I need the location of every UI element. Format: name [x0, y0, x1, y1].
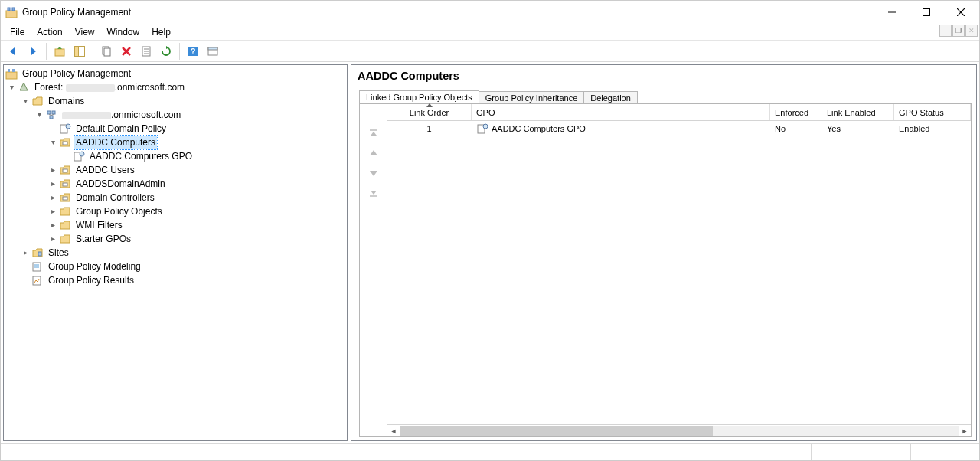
svg-point-44 [483, 124, 488, 129]
folder-icon [31, 95, 44, 107]
content-pane: AADDC Computers Linked Group Policy Obje… [351, 64, 977, 441]
move-top-button[interactable] [366, 126, 381, 141]
move-up-button[interactable] [366, 145, 381, 161]
tree-aaddc-computers-gpo[interactable]: AADDC Computers GPO [4, 149, 347, 163]
up-button[interactable] [51, 42, 69, 60]
mdi-minimize-button[interactable]: — [939, 25, 952, 37]
svg-rect-37 [63, 197, 67, 200]
cell-order: 1 [387, 124, 472, 133]
folder-icon [59, 219, 71, 231]
forward-button[interactable] [24, 42, 42, 60]
mdi-restore-button[interactable]: ❐ [952, 25, 965, 37]
tree-sites[interactable]: ▸ Sites [4, 246, 347, 260]
status-cell [1, 444, 811, 460]
maximize-button[interactable] [909, 2, 943, 23]
tree-domains-label: Domains [47, 94, 86, 108]
gpm-icon [5, 67, 18, 80]
show-hide-tree-button[interactable] [70, 42, 89, 60]
collapse-icon[interactable]: ▾ [5, 81, 18, 93]
node-label: WMI Filters [74, 218, 124, 232]
node-label: AADDC Users [74, 163, 136, 177]
move-bottom-button[interactable] [366, 185, 381, 201]
tree-group-policy-objects[interactable]: ▸ Group Policy Objects [4, 204, 347, 218]
tree-pane[interactable]: Group Policy Management ▾ Forest: .onmic… [3, 64, 348, 441]
tree-default-domain-policy[interactable]: Default Domain Policy [4, 122, 347, 136]
modeling-icon [31, 260, 44, 273]
minimize-button[interactable] [874, 2, 909, 23]
tree-aadds-domain-admin[interactable]: ▸ AADDSDomainAdmin [4, 177, 347, 191]
tab-body: Link Order GPO Enforced Link Enabled GPO… [359, 103, 972, 437]
svg-rect-27 [50, 116, 53, 119]
title-bar: Group Policy Management [1, 1, 979, 24]
grid-body[interactable]: 1 AADDC Computers GPO No Yes Enabled [387, 121, 971, 424]
tab-linked-gpos[interactable]: Linked Group Policy Objects [359, 90, 479, 103]
horizontal-scrollbar[interactable]: ◄ ► [387, 424, 971, 436]
tree-root[interactable]: Group Policy Management [4, 67, 347, 80]
main-area: Group Policy Management ▾ Forest: .onmic… [1, 62, 979, 443]
tree-aaddc-users[interactable]: ▸ AADDC Users [4, 163, 347, 177]
tree-root-label: Group Policy Management [21, 67, 132, 80]
node-label: AADDC Computers GPO [88, 149, 194, 163]
menu-view[interactable]: View [69, 25, 101, 39]
status-bar [1, 443, 979, 460]
col-enforced[interactable]: Enforced [770, 104, 822, 120]
menu-file[interactable]: File [4, 25, 31, 39]
collapse-icon[interactable]: ▾ [47, 136, 59, 149]
expand-icon[interactable]: ▸ [47, 164, 59, 176]
scroll-right-icon[interactable]: ► [959, 426, 971, 436]
copy-button[interactable] [97, 42, 116, 60]
collapse-icon[interactable]: ▾ [33, 109, 45, 121]
svg-rect-11 [104, 48, 110, 56]
back-button[interactable] [4, 42, 22, 60]
tree-wmi-filters[interactable]: ▸ WMI Filters [4, 218, 347, 232]
forest-icon [18, 81, 30, 93]
tree-forest[interactable]: ▾ Forest: .onmicrosoft.com [4, 80, 347, 94]
col-link-order[interactable]: Link Order [387, 104, 472, 120]
delete-button[interactable] [117, 42, 136, 60]
menu-window[interactable]: Window [101, 25, 146, 39]
menu-help[interactable]: Help [145, 25, 177, 39]
collapse-icon[interactable]: ▾ [19, 95, 31, 107]
sites-icon [31, 247, 44, 259]
expand-icon[interactable]: ▸ [47, 233, 59, 245]
tree-forest-label: Forest: .onmicrosoft.com [33, 80, 186, 94]
scroll-thumb[interactable] [400, 426, 713, 436]
mdi-close-button[interactable]: ✕ [965, 25, 978, 37]
tree-starter-gpos[interactable]: ▸ Starter GPOs [4, 232, 347, 246]
col-link-enabled[interactable]: Link Enabled [822, 104, 894, 120]
refresh-button[interactable] [157, 42, 175, 60]
tab-inheritance[interactable]: Group Policy Inheritance [479, 91, 584, 104]
tree-domain-controllers[interactable]: ▸ Domain Controllers [4, 191, 347, 204]
tree-domains[interactable]: ▾ Domains [4, 94, 347, 108]
svg-rect-22 [6, 72, 17, 79]
help-button[interactable]: ? [184, 42, 202, 60]
tab-delegation[interactable]: Delegation [583, 91, 638, 104]
mdi-controls: — ❐ ✕ [939, 25, 978, 37]
expand-icon[interactable]: ▸ [47, 178, 59, 190]
tree-domain[interactable]: ▾ .onmicrosoft.com [4, 108, 347, 122]
move-down-button[interactable] [366, 165, 381, 181]
new-window-button[interactable] [204, 42, 222, 60]
col-gpo[interactable]: GPO [472, 104, 770, 120]
status-cell [910, 444, 979, 460]
expand-icon[interactable]: ▸ [19, 247, 31, 259]
reorder-column [360, 104, 387, 436]
ou-icon [59, 164, 71, 176]
tree-results[interactable]: Group Policy Results [4, 273, 347, 287]
tree-aaddc-computers[interactable]: ▾ AADDC Computers [4, 136, 347, 149]
domain-icon [45, 109, 57, 121]
expand-icon[interactable]: ▸ [47, 205, 59, 217]
scroll-left-icon[interactable]: ◄ [387, 426, 400, 436]
node-label: Domain Controllers [74, 191, 156, 204]
tree-modeling[interactable]: Group Policy Modeling [4, 260, 347, 273]
scroll-track[interactable] [400, 426, 959, 436]
col-gpo-status[interactable]: GPO Status [894, 104, 971, 120]
properties-button[interactable] [137, 42, 155, 60]
expand-icon[interactable]: ▸ [47, 191, 59, 204]
menu-action[interactable]: Action [31, 25, 68, 39]
status-cell [811, 444, 910, 460]
expand-icon[interactable]: ▸ [47, 219, 59, 231]
close-button[interactable] [943, 2, 978, 23]
svg-rect-38 [38, 252, 41, 256]
table-row[interactable]: 1 AADDC Computers GPO No Yes Enabled [387, 121, 971, 136]
